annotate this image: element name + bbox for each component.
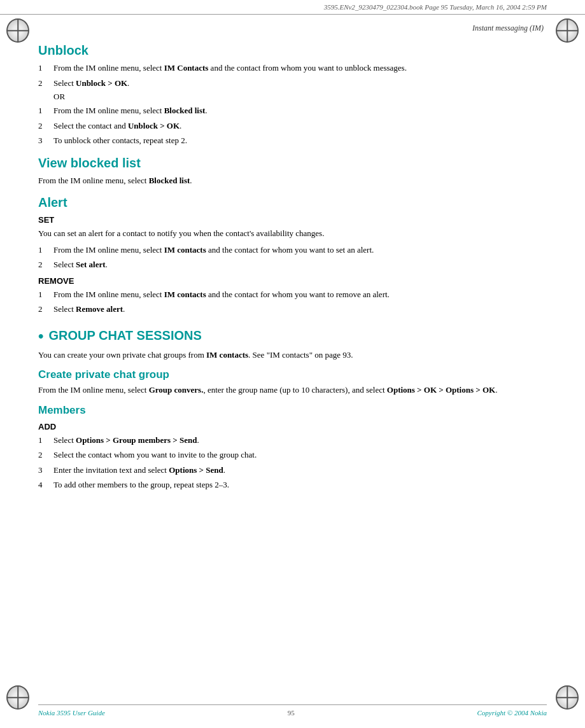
unblock-steps-second: 1 From the IM online menu, select Blocke…: [38, 104, 547, 147]
unblock-heading: Unblock: [38, 43, 547, 58]
corner-decoration-tl: [6, 19, 29, 42]
add-steps: 1 Select Options > Group members > Send.…: [38, 434, 547, 491]
list-item: 1 From the IM online menu, select IM Con…: [38, 62, 547, 74]
set-intro-text: You can set an alert for a contact to no…: [38, 227, 547, 240]
crosshair-br: [556, 687, 578, 708]
list-item: 3 To unblock other contacts, repeat step…: [38, 134, 547, 147]
compass-icon-tr: [556, 18, 579, 43]
page-section-label: Instant messaging (IM): [38, 24, 547, 33]
list-item: 3 Enter the invitation text and select O…: [38, 464, 547, 477]
crosshair-bl: [7, 687, 29, 708]
list-item: 1 From the IM online menu, select IM con…: [38, 244, 547, 256]
crosshair-tl: [7, 20, 29, 41]
list-item: 2 Select Unblock > OK.: [38, 77, 547, 90]
remove-steps: 1 From the IM online menu, select IM con…: [38, 288, 547, 316]
remove-subheading: REMOVE: [38, 276, 547, 286]
list-item: 4 To add other members to the group, rep…: [38, 479, 547, 491]
list-item: 1 From the IM online menu, select Blocke…: [38, 104, 547, 117]
unblock-steps-first: 1 From the IM online menu, select IM Con…: [38, 62, 547, 89]
alert-heading: Alert: [38, 195, 547, 210]
footer-page-number: 95: [288, 709, 295, 717]
crosshair-tr: [556, 20, 578, 41]
corner-decoration-bl: [6, 686, 29, 709]
view-blocked-heading: View blocked list: [38, 156, 547, 171]
list-item: 2 Select the contact and Unblock > OK.: [38, 120, 547, 132]
set-steps: 1 From the IM online menu, select IM con…: [38, 244, 547, 271]
corner-decoration-br: [556, 686, 579, 709]
list-item: 1 Select Options > Group members > Send.: [38, 434, 547, 447]
create-group-heading: Create private chat group: [38, 368, 547, 381]
list-item: 1 From the IM online menu, select IM con…: [38, 288, 547, 301]
compass-icon-tl: [6, 18, 29, 43]
set-subheading: SET: [38, 215, 547, 225]
list-item: 2 Select Remove alert.: [38, 303, 547, 316]
create-group-text: From the IM online menu, select Group co…: [38, 384, 547, 396]
group-chat-heading-text: GROUP CHAT SESSIONS: [48, 328, 201, 343]
group-chat-heading: • GROUP CHAT SESSIONS: [38, 327, 547, 345]
members-heading: Members: [38, 404, 547, 417]
or-divider: OR: [53, 92, 547, 102]
footer-left: Nokia 3595 User Guide: [38, 709, 105, 717]
top-bar-text: 3595.ENv2_9230479_022304.book Page 95 Tu…: [324, 3, 547, 11]
bullet-icon: •: [38, 327, 43, 345]
group-chat-intro: You can create your own private chat gro…: [38, 349, 547, 361]
list-item: 2 Select the contact whom you want to in…: [38, 449, 547, 461]
main-content: Instant messaging (IM) Unblock 1 From th…: [0, 17, 585, 507]
compass-icon-bl: [6, 685, 29, 710]
top-bar: 3595.ENv2_9230479_022304.book Page 95 Tu…: [0, 0, 585, 15]
page-footer: Nokia 3595 User Guide 95 Copyright © 200…: [38, 704, 547, 717]
corner-decoration-tr: [556, 19, 579, 42]
list-item: 2 Select Set alert.: [38, 258, 547, 271]
footer-right: Copyright © 2004 Nokia: [477, 709, 547, 717]
add-subheading: ADD: [38, 422, 547, 431]
view-blocked-text: From the IM online menu, select Blocked …: [38, 174, 547, 187]
compass-icon-br: [556, 685, 579, 710]
